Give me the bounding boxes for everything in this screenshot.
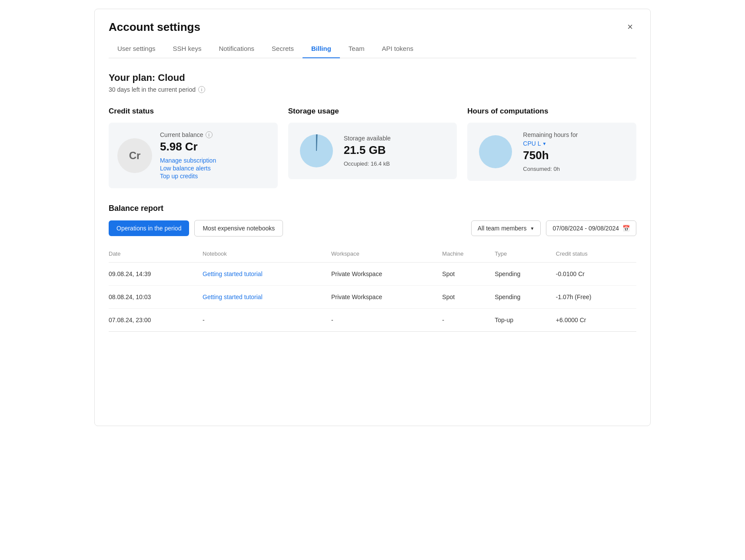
tab-notifications[interactable]: Notifications [210, 40, 263, 58]
tab-api-tokens[interactable]: API tokens [373, 40, 422, 58]
col-type: Type [495, 247, 556, 263]
hours-remaining-label: Remaining hours for [523, 131, 628, 138]
plan-title: Your plan: Cloud [109, 72, 636, 83]
credit-card-content: Current balance i 5.98 Cr Manage subscri… [160, 131, 269, 180]
type-cell: Spending [495, 286, 556, 309]
billing-content: Your plan: Cloud 30 days left in the cur… [95, 58, 650, 346]
balance-report-title: Balance report [109, 204, 636, 213]
top-up-link[interactable]: Top up credits [160, 173, 269, 180]
workspace-cell: Private Workspace [331, 286, 442, 309]
type-cell: Top-up [495, 309, 556, 332]
modal-title: Account settings [109, 20, 200, 34]
hours-section: Hours of computations Remaining hours fo… [467, 107, 636, 188]
calendar-icon: 📅 [622, 225, 630, 232]
cards-row: Credit status Cr Current balance i 5.98 … [109, 107, 636, 188]
table-header-row: Date Notebook Workspace Machine Type Cre… [109, 247, 636, 263]
date-cell: 07.08.24, 23:00 [109, 309, 203, 332]
manage-subscription-link[interactable]: Manage subscription [160, 157, 269, 164]
plan-section: Your plan: Cloud 30 days left in the cur… [109, 72, 636, 93]
credit-status-cell: -0.0100 Cr [556, 263, 636, 286]
tabs-nav: User settings SSH keys Notifications Sec… [109, 40, 636, 58]
storage-usage-section: Storage usage Storage available 21.5 GB [288, 107, 457, 188]
hours-label: Hours of computations [467, 107, 636, 116]
workspace-cell: - [331, 309, 442, 332]
credit-status-label: Credit status [109, 107, 278, 116]
type-cell: Spending [495, 263, 556, 286]
notebook-cell: - [203, 309, 331, 332]
plan-info-icon[interactable]: i [198, 86, 205, 93]
date-cell: 08.08.24, 10:03 [109, 286, 203, 309]
cpu-dropdown[interactable]: CPU L ▼ [523, 140, 628, 147]
storage-card: Storage available 21.5 GB Occupied: 16.4… [288, 123, 457, 179]
cpu-arrow-icon: ▼ [542, 141, 547, 146]
storage-occupied: Occupied: 16.4 kB [344, 160, 449, 167]
storage-value: 21.5 GB [344, 143, 449, 157]
tab-billing[interactable]: Billing [303, 40, 340, 58]
notebook-link-cell[interactable]: Getting started tutorial [203, 263, 331, 286]
hours-consumed: Consumed: 0h [523, 166, 628, 172]
table-row: 08.08.24, 10:03 Getting started tutorial… [109, 286, 636, 309]
account-settings-modal: Account settings × User settings SSH key… [94, 9, 651, 426]
credit-status-cell: -1.07h (Free) [556, 286, 636, 309]
hours-content: Remaining hours for CPU L ▼ 750h Consume… [523, 131, 628, 172]
credit-status-cell: +6.0000 Cr [556, 309, 636, 332]
chevron-down-icon: ▼ [530, 226, 535, 231]
hours-value: 750h [523, 149, 628, 162]
col-machine: Machine [442, 247, 495, 263]
hours-pie [476, 132, 515, 171]
col-date: Date [109, 247, 203, 263]
storage-available-label: Storage available [344, 135, 449, 142]
balance-info-icon[interactable]: i [206, 131, 213, 138]
balance-report-section: Balance report Operations in the period … [109, 204, 636, 332]
filter-row: Operations in the period Most expensive … [109, 220, 636, 237]
machine-cell: Spot [442, 286, 495, 309]
modal-header: Account settings × [95, 9, 650, 34]
credit-status-section: Credit status Cr Current balance i 5.98 … [109, 107, 278, 188]
credit-status-card: Cr Current balance i 5.98 Cr Manage subs… [109, 123, 278, 188]
tab-user-settings[interactable]: User settings [109, 40, 164, 58]
table-row: 07.08.24, 23:00 - - - Top-up +6.0000 Cr [109, 309, 636, 332]
hours-card: Remaining hours for CPU L ▼ 750h Consume… [467, 123, 636, 181]
team-members-label: All team members [478, 225, 527, 232]
tab-team[interactable]: Team [340, 40, 373, 58]
balance-value: 5.98 Cr [160, 140, 269, 153]
balance-label: Current balance i [160, 131, 269, 138]
low-balance-link[interactable]: Low balance alerts [160, 165, 269, 172]
notebook-link-cell[interactable]: Getting started tutorial [203, 286, 331, 309]
credit-circle: Cr [117, 138, 152, 173]
credit-links: Manage subscription Low balance alerts T… [160, 157, 269, 180]
close-button[interactable]: × [624, 20, 636, 34]
expensive-notebooks-btn[interactable]: Most expensive notebooks [194, 220, 283, 237]
workspace-cell: Private Workspace [331, 263, 442, 286]
operations-tab-btn[interactable]: Operations in the period [109, 220, 189, 236]
team-members-dropdown[interactable]: All team members ▼ [471, 220, 541, 236]
date-cell: 09.08.24, 14:39 [109, 263, 203, 286]
table-row: 09.08.24, 14:39 Getting started tutorial… [109, 263, 636, 286]
date-range-label: 07/08/2024 - 09/08/2024 [552, 225, 619, 232]
tab-secrets[interactable]: Secrets [263, 40, 303, 58]
operations-table: Date Notebook Workspace Machine Type Cre… [109, 247, 636, 332]
plan-subtitle: 30 days left in the current period i [109, 86, 636, 93]
tab-ssh-keys[interactable]: SSH keys [164, 40, 210, 58]
storage-pie [297, 131, 336, 170]
svg-point-3 [479, 135, 512, 168]
storage-label: Storage usage [288, 107, 457, 116]
date-range-button[interactable]: 07/08/2024 - 09/08/2024 📅 [546, 220, 636, 236]
col-notebook: Notebook [203, 247, 331, 263]
col-workspace: Workspace [331, 247, 442, 263]
storage-content: Storage available 21.5 GB Occupied: 16.4… [344, 135, 449, 167]
col-credit-status: Credit status [556, 247, 636, 263]
machine-cell: Spot [442, 263, 495, 286]
machine-cell: - [442, 309, 495, 332]
